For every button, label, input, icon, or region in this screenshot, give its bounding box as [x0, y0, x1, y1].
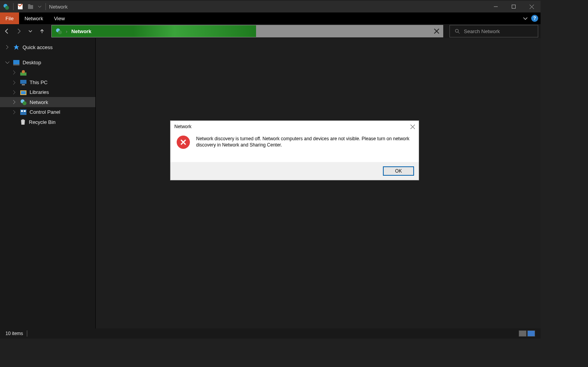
window-title: Network: [49, 4, 68, 10]
new-folder-icon[interactable]: [28, 4, 34, 10]
status-bar: 10 items: [0, 328, 541, 339]
svg-point-25: [23, 101, 26, 105]
svg-point-13: [455, 29, 458, 32]
sidebar-item-recyclebin[interactable]: Recycle Bin: [0, 117, 95, 127]
titlebar[interactable]: Network: [0, 1, 541, 12]
collapse-ribbon-icon[interactable]: [523, 16, 528, 21]
svg-rect-6: [512, 5, 516, 9]
dialog-titlebar[interactable]: Network: [170, 121, 419, 132]
dialog-footer: OK: [170, 162, 419, 180]
sidebar-item-quickaccess[interactable]: Quick access: [0, 42, 95, 52]
dialog-title: Network: [174, 124, 191, 129]
svg-rect-29: [22, 119, 24, 120]
body: Quick access Desktop This PC Lib: [0, 38, 541, 328]
navigation-pane[interactable]: Quick access Desktop This PC Lib: [0, 38, 96, 328]
details-view-button[interactable]: [519, 330, 527, 337]
sidebar-item-network[interactable]: Network: [0, 97, 95, 107]
recyclebin-icon: [20, 119, 26, 125]
network-icon: [56, 28, 62, 34]
close-button[interactable]: [523, 1, 541, 12]
svg-rect-28: [24, 110, 26, 112]
stop-refresh-button[interactable]: [430, 25, 443, 37]
svg-marker-15: [14, 44, 19, 50]
properties-icon[interactable]: [18, 4, 24, 10]
address-text: Network: [71, 28, 91, 34]
tab-network[interactable]: Network: [19, 12, 49, 24]
content-area[interactable]: [96, 38, 541, 328]
ribbon-tabs: File Network View ?: [0, 12, 541, 24]
error-dialog: Network Network discovery is turned off.…: [170, 120, 419, 180]
chevron-right-icon: ›: [66, 28, 67, 34]
separator: [13, 3, 14, 10]
sidebar-item-user[interactable]: [0, 67, 95, 78]
svg-point-1: [5, 6, 9, 10]
sidebar-item-label: Libraries: [30, 89, 49, 95]
svg-point-10: [58, 30, 62, 34]
svg-rect-3: [28, 5, 33, 9]
nav-bar: › Network Search Network: [0, 24, 541, 38]
network-icon: [20, 99, 26, 105]
svg-rect-27: [21, 110, 23, 112]
address-progress: › Network: [52, 25, 256, 37]
svg-rect-21: [22, 84, 25, 85]
sidebar-item-label: Desktop: [23, 60, 41, 65]
svg-line-14: [458, 32, 460, 34]
svg-rect-4: [28, 4, 30, 5]
user-icon: [20, 69, 26, 76]
error-icon: [177, 136, 190, 149]
svg-rect-20: [20, 80, 26, 84]
dialog-message: Network discovery is turned off. Network…: [196, 136, 412, 159]
sidebar-item-controlpanel[interactable]: Control Panel: [0, 107, 95, 117]
icons-view-button[interactable]: [527, 330, 535, 337]
address-bar[interactable]: › Network: [51, 25, 443, 37]
svg-rect-16: [13, 60, 19, 64]
window-controls: [487, 1, 541, 12]
controlpanel-icon: [20, 109, 26, 115]
dialog-close-button[interactable]: [411, 125, 415, 129]
sidebar-item-label: Quick access: [23, 44, 53, 50]
search-box[interactable]: Search Network: [449, 25, 538, 37]
sidebar-item-label: This PC: [30, 79, 47, 85]
search-placeholder: Search Network: [464, 28, 500, 34]
status-items: 10 items: [5, 331, 23, 336]
sidebar-item-label: Network: [30, 99, 48, 105]
svg-rect-17: [13, 64, 19, 65]
quick-access-toolbar: [0, 3, 46, 10]
app-icon: [3, 4, 9, 10]
separator: [27, 330, 27, 337]
maximize-button[interactable]: [505, 1, 523, 12]
sidebar-item-desktop[interactable]: Desktop: [0, 58, 95, 67]
up-button[interactable]: [37, 26, 47, 36]
desktop-icon: [13, 60, 19, 65]
sidebar-item-libraries[interactable]: Libraries: [0, 87, 95, 97]
sidebar-item-label: Recycle Bin: [29, 119, 56, 125]
view-mode-buttons: [519, 330, 535, 337]
svg-rect-23: [21, 91, 26, 94]
pc-icon: [20, 80, 26, 85]
dialog-body: Network discovery is turned off. Network…: [170, 132, 419, 162]
back-button[interactable]: [2, 26, 12, 36]
help-icon[interactable]: ?: [531, 15, 538, 22]
svg-point-19: [22, 70, 25, 73]
tab-view[interactable]: View: [49, 12, 70, 24]
forward-button[interactable]: [14, 26, 23, 36]
separator: [46, 3, 46, 10]
recent-locations-icon[interactable]: [26, 26, 35, 36]
minimize-button[interactable]: [487, 1, 505, 12]
file-tab[interactable]: File: [0, 12, 19, 24]
libraries-icon: [20, 90, 26, 95]
search-icon: [455, 28, 460, 34]
qat-dropdown-icon[interactable]: [38, 5, 42, 9]
sidebar-item-label: Control Panel: [30, 109, 60, 115]
star-icon: [13, 44, 19, 50]
ok-button[interactable]: OK: [383, 166, 414, 176]
sidebar-item-thispc[interactable]: This PC: [0, 78, 95, 87]
